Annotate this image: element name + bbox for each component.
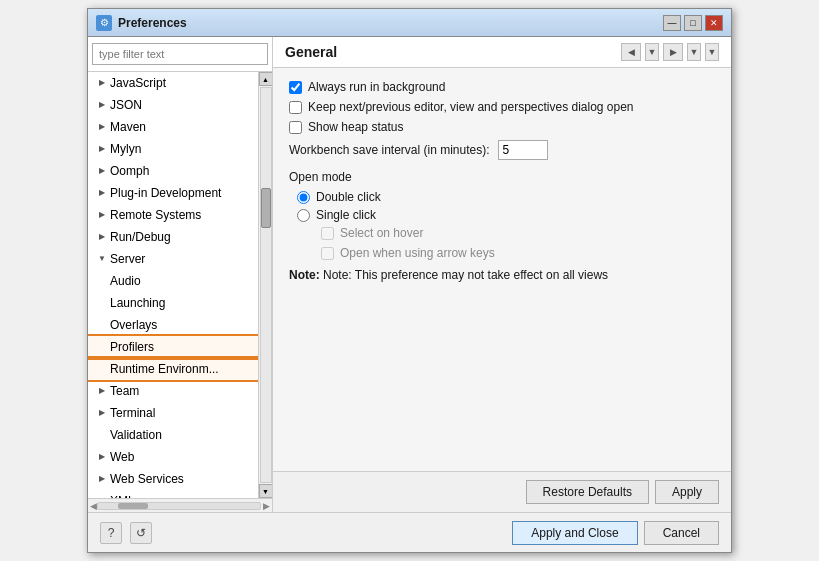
single-click-label: Single click [316, 208, 376, 222]
tree-item-remote-systems[interactable]: ▶ Remote Systems [88, 204, 258, 226]
tree-label: Validation [110, 426, 162, 444]
apply-close-button[interactable]: Apply and Close [512, 521, 637, 545]
search-box [88, 37, 272, 72]
double-click-radio[interactable] [297, 191, 310, 204]
expand-icon: ▶ [96, 231, 108, 243]
scroll-down-button[interactable]: ▼ [259, 484, 273, 498]
tree-label: Runtime Environm... [110, 360, 219, 378]
cancel-button[interactable]: Cancel [644, 521, 719, 545]
restore-icon: ↺ [136, 526, 146, 540]
bottom-left-actions: ? ↺ [100, 522, 152, 544]
always-run-row: Always run in background [289, 80, 715, 94]
expand-icon: ▶ [96, 385, 108, 397]
horizontal-scrollbar[interactable]: ◀ ▶ [88, 498, 272, 512]
restore-icon-button[interactable]: ↺ [130, 522, 152, 544]
history-dropdown-button[interactable]: ▼ [705, 43, 719, 61]
search-input[interactable] [92, 43, 268, 65]
open-mode-label: Open mode [289, 170, 715, 184]
show-heap-checkbox[interactable] [289, 121, 302, 134]
expand-icon: ▶ [96, 407, 108, 419]
tree-label: Profilers [110, 338, 154, 356]
tree-label: Oomph [110, 162, 149, 180]
select-hover-label: Select on hover [340, 226, 423, 240]
tree-item-audio[interactable]: Audio [88, 270, 258, 292]
open-arrow-label: Open when using arrow keys [340, 246, 495, 260]
tree-label: Audio [110, 272, 141, 290]
open-arrow-checkbox[interactable] [321, 247, 334, 260]
tree-label: Overlays [110, 316, 157, 334]
tree-item-server[interactable]: ▼ Server [88, 248, 258, 270]
back-button[interactable]: ◀ [621, 43, 641, 61]
main-panel: General ◀ ▼ ▶ ▼ ▼ Always run in backgrou… [273, 37, 731, 512]
tree-label: Remote Systems [110, 206, 201, 224]
panel-content: Always run in background Keep next/previ… [273, 68, 731, 471]
sidebar-scrollbar[interactable]: ▲ ▼ [258, 72, 272, 498]
restore-defaults-button[interactable]: Restore Defaults [526, 480, 649, 504]
keep-next-label: Keep next/previous editor, view and pers… [308, 100, 634, 114]
tree-item-validation[interactable]: ▶ Validation [88, 424, 258, 446]
panel-header: General ◀ ▼ ▶ ▼ ▼ [273, 37, 731, 68]
content-area: ▶ JavaScript ▶ JSON ▶ Maven ▶ Mylyn [88, 37, 731, 512]
tree-label: Mylyn [110, 140, 141, 158]
bottom-bar: ? ↺ Apply and Close Cancel [88, 512, 731, 552]
select-hover-checkbox[interactable] [321, 227, 334, 240]
minimize-button[interactable]: — [663, 15, 681, 31]
tree-item-web-services[interactable]: ▶ Web Services [88, 468, 258, 490]
tree-item-overlays[interactable]: Overlays [88, 314, 258, 336]
tree-item-web[interactable]: ▶ Web [88, 446, 258, 468]
close-button[interactable]: ✕ [705, 15, 723, 31]
expand-icon: ▶ [96, 187, 108, 199]
tree-item-xml[interactable]: ▶ XML [88, 490, 258, 498]
forward-button[interactable]: ▶ [663, 43, 683, 61]
keep-next-checkbox[interactable] [289, 101, 302, 114]
expand-icon: ▶ [96, 209, 108, 221]
single-click-radio[interactable] [297, 209, 310, 222]
scroll-up-button[interactable]: ▲ [259, 72, 273, 86]
tree-item-mylyn[interactable]: ▶ Mylyn [88, 138, 258, 160]
apply-button[interactable]: Apply [655, 480, 719, 504]
help-icon: ? [108, 526, 115, 540]
tree-item-json[interactable]: ▶ JSON [88, 94, 258, 116]
expand-icon: ▶ [96, 77, 108, 89]
tree-item-run-debug[interactable]: ▶ Run/Debug [88, 226, 258, 248]
tree-item-maven[interactable]: ▶ Maven [88, 116, 258, 138]
h-scroll-track [97, 502, 261, 510]
always-run-checkbox[interactable] [289, 81, 302, 94]
tree-item-team[interactable]: ▶ Team [88, 380, 258, 402]
tree-label: Run/Debug [110, 228, 171, 246]
expand-icon: ▶ [96, 121, 108, 133]
tree-item-launching[interactable]: Launching [88, 292, 258, 314]
always-run-label: Always run in background [308, 80, 445, 94]
tree-item-plugin-dev[interactable]: ▶ Plug-in Development [88, 182, 258, 204]
tree-container: ▶ JavaScript ▶ JSON ▶ Maven ▶ Mylyn [88, 72, 272, 498]
select-hover-row: Select on hover [321, 226, 715, 240]
forward-dropdown-button[interactable]: ▼ [687, 43, 701, 61]
preferences-window: ⚙ Preferences — □ ✕ ▶ JavaScript ▶ [87, 8, 732, 553]
tree-item-oomph[interactable]: ▶ Oomph [88, 160, 258, 182]
expand-icon: ▶ [96, 99, 108, 111]
title-bar: ⚙ Preferences — □ ✕ [88, 9, 731, 37]
scroll-thumb[interactable] [261, 188, 271, 228]
workbench-save-input[interactable] [498, 140, 548, 160]
tree: ▶ JavaScript ▶ JSON ▶ Maven ▶ Mylyn [88, 72, 258, 498]
tree-item-terminal[interactable]: ▶ Terminal [88, 402, 258, 424]
scroll-right-button[interactable]: ▶ [263, 501, 270, 511]
tree-item-javascript[interactable]: ▶ JavaScript [88, 72, 258, 94]
tree-label: JavaScript [110, 74, 166, 92]
panel-actions: Restore Defaults Apply [273, 471, 731, 512]
h-scroll-thumb[interactable] [118, 503, 148, 509]
open-arrow-row: Open when using arrow keys [321, 246, 715, 260]
title-bar-buttons: — □ ✕ [663, 15, 723, 31]
tree-item-profilers[interactable]: Profilers [88, 336, 258, 358]
back-dropdown-button[interactable]: ▼ [645, 43, 659, 61]
tree-item-runtime-env[interactable]: Runtime Environm... [88, 358, 258, 380]
tree-label: Maven [110, 118, 146, 136]
expand-icon: ▶ [96, 473, 108, 485]
restore-button[interactable]: □ [684, 15, 702, 31]
workbench-save-label: Workbench save interval (in minutes): [289, 143, 490, 157]
help-button[interactable]: ? [100, 522, 122, 544]
tree-label: Team [110, 382, 139, 400]
tree-label: JSON [110, 96, 142, 114]
scroll-left-button[interactable]: ◀ [90, 501, 97, 511]
panel-title: General [285, 44, 337, 60]
